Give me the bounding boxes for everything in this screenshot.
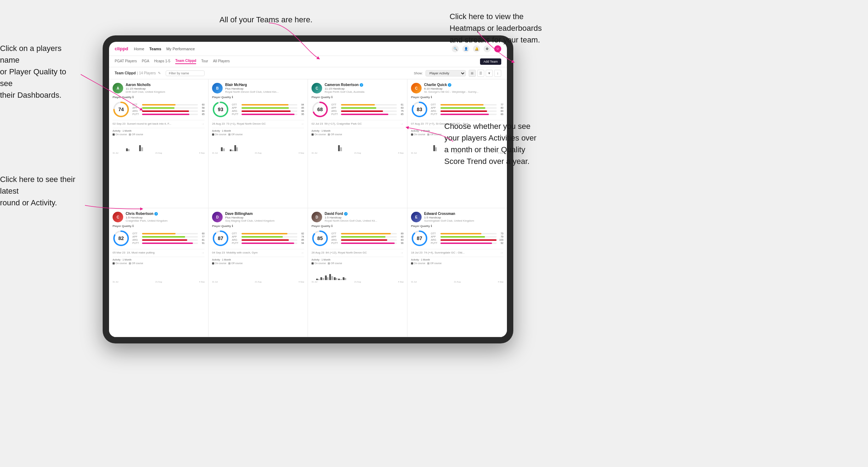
latest-round[interactable]: 26 Aug 23 84 (+12), Royal North Devon GC… — [312, 249, 404, 255]
activity-legend: On course Off course — [212, 133, 304, 136]
add-team-button[interactable]: Add Team — [480, 58, 501, 65]
person-icon[interactable]: 👤 — [462, 45, 469, 52]
nav-teams[interactable]: Teams — [149, 46, 161, 52]
chart-date: 31 Jul — [312, 281, 317, 283]
quality-section[interactable]: 68 OTT 61 APP 63 ARG 75 — [312, 101, 404, 118]
sub-nav-tour[interactable]: Tour — [201, 59, 208, 64]
player-card: C Cameron Robertson ✓ 11-15 Handicap Roy… — [308, 79, 407, 208]
latest-text: 73 (+1), Royal North Devon GC — [226, 122, 266, 125]
on-course-label: On course — [314, 133, 326, 136]
chart-date: 21 Aug — [454, 281, 461, 283]
on-course-legend: On course — [411, 133, 425, 136]
nav-my-performance[interactable]: My Performance — [166, 46, 195, 52]
chart-date: 31 Jul — [113, 152, 118, 154]
quality-section[interactable]: 83 OTT 77 APP 80 ARG 83 — [411, 101, 503, 118]
latest-round[interactable]: 02 Jul 23 59 (+17), Craigmillar Park GC … — [312, 120, 404, 126]
quality-bars: OTT 77 APP 80 ARG 83 PUTT 86 — [431, 103, 503, 115]
latest-round[interactable]: 05 Mar 23 19, Must make putting → — [113, 249, 205, 255]
chart-dates: 31 Jul21 Aug4 Sep — [312, 281, 404, 283]
grid-view-icon[interactable]: ⊞ — [469, 70, 476, 77]
sub-nav-team-clippd[interactable]: Team Clippd — [175, 59, 196, 64]
off-course-label: Off course — [132, 262, 143, 264]
latest-round[interactable]: 02 Sep 23 Sunset round to get back into … — [113, 120, 205, 126]
chart-bars — [212, 141, 304, 151]
putt-row: PUTT 85 — [132, 113, 205, 115]
player-avatar: C — [411, 83, 422, 93]
score-ring: 68 — [312, 101, 329, 118]
player-info: Edward Crossman 1-5 Handicap Sunningdale… — [424, 212, 503, 222]
filter-icon[interactable]: ▼ — [486, 70, 493, 77]
arg-row: ARG 83 — [431, 110, 503, 112]
quality-label: Player Quality ℹ — [113, 96, 205, 99]
activity-chart — [212, 266, 304, 280]
ott-row: OTT 89 — [331, 232, 404, 235]
search-icon[interactable]: 🔍 — [452, 45, 459, 52]
player-handicap: Plus Handicap — [225, 216, 304, 219]
quality-section[interactable]: 74 OTT 60 APP 58 ARG 84 — [113, 101, 205, 118]
activities-annotation: Choose whether you seeyour players Activ… — [444, 120, 536, 167]
nav-home[interactable]: Home — [134, 46, 144, 52]
player-name[interactable]: Dave Billingham — [225, 212, 304, 216]
latest-round[interactable]: 26 Aug 23 73 (+1), Royal North Devon GC … — [212, 120, 304, 126]
player-name[interactable]: David Ford ✓ — [325, 212, 404, 216]
player-name[interactable]: Blair McHarg — [225, 83, 304, 87]
player-club: Craigmillar Park, United Kingdom — [126, 219, 205, 222]
quality-section[interactable]: 93 OTT 84 APP 85 ARG 88 — [212, 101, 304, 118]
player-club: St. George's Hill GC - Weybridge - Surre… — [424, 90, 503, 93]
team-bar: Team Clippd | 14 Players ✎ Show: Player … — [109, 67, 507, 79]
chart-date: 31 Jul — [212, 152, 218, 154]
sub-nav-pga[interactable]: PGA — [142, 59, 149, 64]
player-card: B Blair McHarg Plus Handicap Royal North… — [209, 79, 308, 208]
list-view-icon[interactable]: ☰ — [477, 70, 484, 77]
chart-dates: 31 Jul21 Aug4 Sep — [113, 152, 205, 154]
player-handicap: Plus Handicap — [225, 87, 304, 90]
sub-nav-pgat[interactable]: PGAT Players — [115, 59, 137, 64]
player-handicap: 11-15 Handicap — [325, 87, 404, 90]
latest-text: 74 (+4), Sunningdale GC - Old... — [424, 251, 464, 254]
score-ring: 74 — [113, 101, 130, 118]
on-course-dot — [113, 133, 115, 136]
settings-icon[interactable]: ⚙ — [484, 45, 491, 52]
quality-section[interactable]: 85 OTT 89 APP 80 ARG 83 — [312, 230, 404, 247]
player-header: A Aaron Nicholls 11-15 Handicap Drift Go… — [113, 83, 205, 93]
player-name[interactable]: Cameron Robertson ✓ — [325, 83, 404, 87]
on-course-legend: On course — [212, 133, 226, 136]
verified-icon: ✓ — [448, 83, 451, 87]
off-course-label: Off course — [132, 133, 143, 136]
activity-section: Activity · 1 Month On course Off course — [212, 128, 304, 154]
edit-team-icon[interactable]: ✎ — [158, 71, 161, 75]
player-header: B Blair McHarg Plus Handicap Royal North… — [212, 83, 304, 93]
player-name[interactable]: Charlie Quick ✓ — [424, 83, 503, 87]
player-name[interactable]: Edward Crossman — [424, 212, 503, 216]
off-course-label: Off course — [231, 133, 242, 136]
player-info: David Ford ✓ 1-5 Handicap Royal North De… — [325, 212, 404, 222]
score-number: 68 — [317, 107, 323, 112]
on-course-dot — [411, 133, 413, 136]
sub-nav-all-players[interactable]: All Players — [213, 59, 230, 64]
show-select[interactable]: Player Activity Quality Score Trend — [426, 70, 466, 76]
quality-section[interactable]: 87 OTT 82 APP 74 ARG 85 — [212, 230, 304, 247]
activity-legend: On course Off course — [312, 133, 404, 136]
activity-label: Activity · 1 Month — [113, 258, 205, 261]
on-course-dot — [212, 133, 214, 136]
on-course-dot — [312, 262, 314, 264]
sub-nav-hcaps[interactable]: Hcaps 1-5 — [154, 59, 171, 64]
quality-section[interactable]: 82 OTT 60 APP 77 ARG 81 — [113, 230, 205, 247]
user-avatar[interactable]: U — [494, 45, 501, 52]
view-icons: ⊞ ☰ ▼ ↕ — [469, 70, 501, 77]
verified-icon: ✓ — [344, 212, 348, 216]
latest-round[interactable]: 04 Sep 23 Mobility with coach, Gym → — [212, 249, 304, 255]
player-name[interactable]: Chris Robertson ✓ — [126, 212, 205, 216]
bell-icon[interactable]: 🔔 — [473, 45, 480, 52]
player-name[interactable]: Aaron Nicholls — [126, 83, 205, 87]
latest-round[interactable]: 18 Jul 23 74 (+4), Sunningdale GC - Old.… — [411, 249, 503, 255]
off-course-label: Off course — [331, 262, 342, 264]
sort-icon[interactable]: ↕ — [494, 70, 501, 77]
on-course-label: On course — [115, 133, 127, 136]
quality-section[interactable]: 87 OTT 73 APP 79 ARG 103 — [411, 230, 503, 247]
off-course-legend: Off course — [328, 133, 342, 136]
player-info: Chris Robertson ✓ 1-5 Handicap Craigmill… — [126, 212, 205, 222]
search-input[interactable] — [166, 70, 205, 76]
on-course-legend: On course — [312, 133, 326, 136]
on-course-legend: On course — [113, 133, 127, 136]
